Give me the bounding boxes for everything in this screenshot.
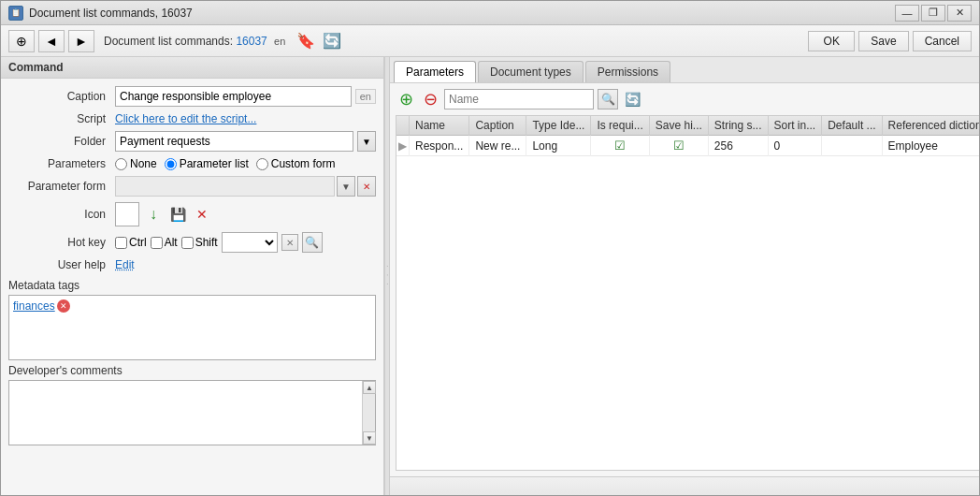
col-string-s[interactable]: String s...	[708, 116, 768, 136]
icon-delete-button[interactable]: ✕	[192, 204, 212, 225]
cancel-button[interactable]: Cancel	[913, 31, 972, 51]
nav-forward-button[interactable]: ◄	[38, 30, 65, 52]
cell-default	[822, 136, 882, 156]
params-search-input[interactable]	[444, 89, 594, 109]
hotkey-shift-checkbox[interactable]	[181, 237, 194, 249]
script-label: Script	[8, 112, 111, 125]
hotkey-alt-checkbox[interactable]	[151, 237, 163, 249]
param-form-arrow-button[interactable]: ▼	[337, 176, 355, 197]
cell-sort-in: 0	[768, 136, 822, 156]
icon-import-button[interactable]: ↓	[143, 204, 164, 225]
param-form-label: Parameter form	[8, 180, 111, 193]
row-arrow: ▶	[396, 136, 410, 156]
cell-is-required: ☑	[591, 136, 649, 156]
nav-back-button[interactable]: ⊕	[8, 30, 35, 52]
radio-none-label[interactable]: None	[115, 157, 157, 170]
col-name[interactable]: Name	[410, 116, 469, 136]
hotkey-shift-text: Shift	[195, 236, 218, 249]
parameters-table: Name Caption Type Ide... Is requi... Sav…	[396, 116, 979, 156]
radio-param-list-label[interactable]: Parameter list	[165, 157, 249, 170]
hotkey-ctrl-checkbox[interactable]	[115, 237, 127, 249]
title-bar-left: 📋 Document list commands, 16037	[8, 6, 193, 21]
cell-ref-dict: Employee	[882, 136, 979, 156]
icon-preview	[115, 202, 139, 226]
radio-custom-form-label[interactable]: Custom form	[256, 157, 336, 170]
hotkey-shift-label[interactable]: Shift	[181, 236, 218, 249]
folder-value-row: ▼	[115, 131, 376, 152]
caption-value-row: en	[115, 86, 376, 107]
tag-finances-remove[interactable]: ✕	[57, 299, 70, 313]
col-sort-in[interactable]: Sort in...	[768, 116, 822, 136]
window-title: Document list commands, 16037	[29, 7, 193, 20]
user-help-link[interactable]: Edit	[115, 258, 135, 271]
folder-input[interactable]	[115, 131, 353, 152]
nav-forward2-button[interactable]: ►	[68, 30, 94, 52]
hotkey-ctrl-text: Ctrl	[129, 236, 147, 249]
tab-permissions[interactable]: Permissions	[585, 61, 670, 82]
hotkey-key-select[interactable]	[222, 232, 278, 253]
status-bar	[390, 476, 979, 495]
table-row[interactable]: ▶ Respon... New re... Long ☑ ☑ 2	[396, 136, 979, 156]
metadata-tags-label: Metadata tags	[8, 279, 376, 292]
param-form-clear-button[interactable]: ✕	[357, 176, 376, 197]
param-form-input[interactable]	[115, 176, 335, 197]
restore-button[interactable]: ❐	[921, 5, 945, 22]
col-default[interactable]: Default ...	[822, 116, 882, 136]
scroll-up-arrow[interactable]: ▲	[363, 381, 376, 394]
comments-box: ▲ ▼	[8, 380, 376, 445]
tab-parameters[interactable]: Parameters	[394, 61, 476, 82]
main-window: 📋 Document list commands, 16037 — ❐ ✕ ⊕ …	[0, 0, 980, 496]
tabs-bar: Parameters Document types Permissions	[390, 57, 979, 83]
tab-document-types-label: Document types	[490, 66, 571, 79]
tab-document-types[interactable]: Document types	[478, 61, 584, 82]
params-refresh-button[interactable]: 🔄	[622, 89, 642, 109]
radio-none-input[interactable]	[115, 158, 127, 170]
icon-save-button[interactable]: 💾	[167, 204, 188, 225]
col-ref-dict[interactable]: Referenced diction...	[882, 116, 979, 136]
bookmark-button[interactable]: 🔖	[295, 30, 317, 52]
radio-custom-form-input[interactable]	[256, 158, 268, 170]
comments-scrollbar[interactable]: ▲ ▼	[362, 381, 375, 445]
cell-string-s: 256	[708, 136, 768, 156]
cell-name: Respon...	[410, 136, 469, 156]
tag-finances: finances ✕	[13, 299, 70, 313]
params-delete-button[interactable]: ⊖	[420, 89, 440, 109]
refresh-button[interactable]: 🔄	[321, 30, 343, 52]
window-icon: 📋	[8, 6, 23, 21]
breadcrumb-id[interactable]: 16037	[236, 35, 267, 48]
comments-textarea[interactable]	[13, 385, 358, 441]
tag-finances-text[interactable]: finances	[13, 299, 55, 313]
form-grid: Caption en Script Click here to edit the…	[1, 79, 383, 279]
script-link[interactable]: Click here to edit the script...	[115, 112, 256, 125]
cell-caption: New re...	[469, 136, 526, 156]
ok-button[interactable]: OK	[808, 31, 855, 51]
close-button[interactable]: ✕	[947, 5, 972, 22]
col-save-hi[interactable]: Save hi...	[649, 116, 708, 136]
params-add-button[interactable]: ⊕	[396, 89, 416, 109]
col-type-id[interactable]: Type Ide...	[526, 116, 591, 136]
script-value-row: Click here to edit the script...	[115, 112, 376, 125]
hotkey-alt-label[interactable]: Alt	[151, 236, 178, 249]
hotkey-search-button[interactable]: 🔍	[302, 232, 323, 253]
left-panel: Command Caption en Script Click here to …	[1, 57, 384, 495]
radio-param-list-input[interactable]	[165, 158, 177, 170]
cell-save-hi: ☑	[649, 136, 708, 156]
main-content: Command Caption en Script Click here to …	[1, 57, 979, 495]
lang-badge: en	[274, 36, 285, 47]
col-caption[interactable]: Caption	[469, 116, 526, 136]
hotkey-label: Hot key	[8, 236, 111, 249]
minimize-button[interactable]: —	[895, 5, 919, 22]
hotkey-ctrl-label[interactable]: Ctrl	[115, 236, 147, 249]
hotkey-clear-button[interactable]: ✕	[281, 234, 298, 251]
parameters-label: Parameters	[8, 157, 111, 170]
icon-row: ↓ 💾 ✕	[115, 202, 376, 226]
col-is-required[interactable]: Is requi...	[591, 116, 649, 136]
scroll-down-arrow[interactable]: ▼	[363, 431, 376, 445]
folder-label: Folder	[8, 135, 111, 148]
save-button[interactable]: Save	[858, 31, 908, 51]
folder-dropdown-button[interactable]: ▼	[357, 131, 376, 152]
caption-input[interactable]	[115, 86, 352, 107]
toolbar-right: OK Save Cancel	[808, 31, 972, 51]
params-search-button[interactable]: 🔍	[598, 89, 618, 109]
scroll-track	[363, 394, 375, 431]
